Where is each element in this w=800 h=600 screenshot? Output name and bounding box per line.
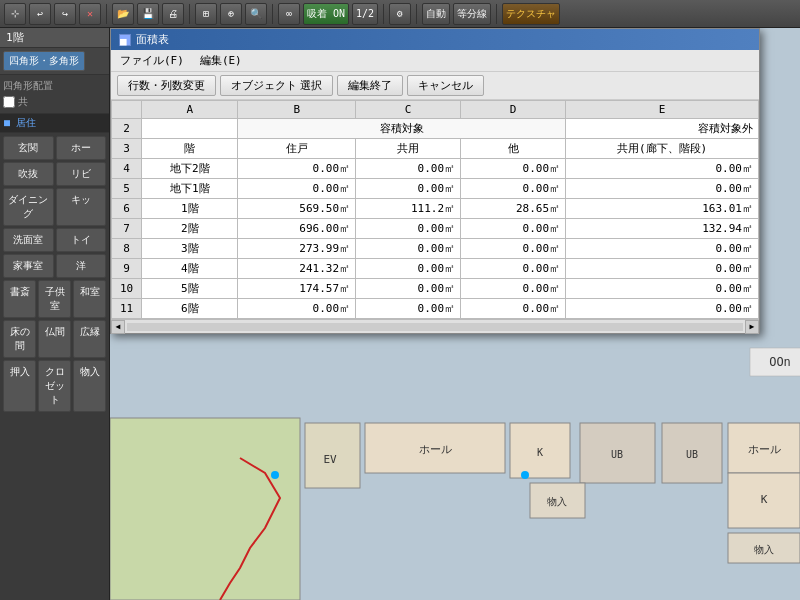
room-btn-kodomo[interactable]: 子供室 [38, 280, 71, 318]
delete-button[interactable]: ✕ [79, 3, 101, 25]
svg-text:物入: 物入 [754, 544, 774, 555]
cell-11b[interactable]: 0.00㎡ [238, 299, 356, 319]
grid-button[interactable]: ⊞ [195, 3, 217, 25]
cell-8d[interactable]: 0.00㎡ [461, 239, 566, 259]
cell-11c[interactable]: 0.00㎡ [356, 299, 461, 319]
cell-4a[interactable]: 地下2階 [142, 159, 238, 179]
undo-button[interactable]: ↩ [29, 3, 51, 25]
room-btn-hall1[interactable]: ホー [56, 136, 107, 160]
room-btn-monoire[interactable]: 物入 [73, 360, 106, 412]
cell-6d[interactable]: 28.65㎡ [461, 199, 566, 219]
cell-7c[interactable]: 0.00㎡ [356, 219, 461, 239]
cell-3b[interactable]: 住戸 [238, 139, 356, 159]
room-btn-kajishitsu[interactable]: 家事室 [3, 254, 54, 278]
room-btn-washitsu[interactable]: 和室 [73, 280, 106, 318]
cell-9c[interactable]: 0.00㎡ [356, 259, 461, 279]
room-btn-living[interactable]: リビ [56, 162, 107, 186]
save-button[interactable]: 💾 [137, 3, 159, 25]
cell-5b[interactable]: 0.00㎡ [238, 179, 356, 199]
cell-7d[interactable]: 0.00㎡ [461, 219, 566, 239]
cell-5a[interactable]: 地下1階 [142, 179, 238, 199]
room-btn-oshiire[interactable]: 押入 [3, 360, 36, 412]
room-btn-closet[interactable]: クロゼット [38, 360, 71, 412]
cell-11d[interactable]: 0.00㎡ [461, 299, 566, 319]
cell-11a[interactable]: 6階 [142, 299, 238, 319]
room-btn-hiroen[interactable]: 広縁 [73, 320, 106, 358]
cell-3a[interactable]: 階 [142, 139, 238, 159]
cell-4c[interactable]: 0.00㎡ [356, 159, 461, 179]
shared-checkbox[interactable] [3, 96, 15, 108]
auto-button[interactable]: 自動 [422, 3, 450, 25]
zoom-button[interactable]: 🔍 [245, 3, 267, 25]
cell-10a[interactable]: 5階 [142, 279, 238, 299]
cell-9d[interactable]: 0.00㎡ [461, 259, 566, 279]
cell-10e[interactable]: 0.00㎡ [566, 279, 759, 299]
cell-5c[interactable]: 0.00㎡ [356, 179, 461, 199]
cell-7b[interactable]: 696.00㎡ [238, 219, 356, 239]
shape-tab-quad[interactable]: 四角形・多角形 [3, 51, 85, 71]
cell-6c[interactable]: 111.2㎡ [356, 199, 461, 219]
cell-3e[interactable]: 共用(廊下、階段) [566, 139, 759, 159]
room-btn-genkan[interactable]: 玄関 [3, 136, 54, 160]
cell-9a[interactable]: 4階 [142, 259, 238, 279]
scroll-left-arrow[interactable]: ◀ [111, 320, 125, 334]
horizontal-scrollbar[interactable]: ◀ ▶ [111, 319, 759, 333]
cell-4e[interactable]: 0.00㎡ [566, 159, 759, 179]
object-select-button[interactable]: オブジェクト 選択 [220, 75, 333, 96]
scroll-right-arrow[interactable]: ▶ [745, 320, 759, 334]
contour-button[interactable]: 等分線 [453, 3, 491, 25]
room-row: 玄関 ホー [3, 136, 106, 160]
scale-button[interactable]: 1/2 [352, 3, 378, 25]
svg-point-21 [521, 471, 529, 479]
room-btn-toilet[interactable]: トイ [56, 228, 107, 252]
add-button[interactable]: ⊕ [220, 3, 242, 25]
edit-end-button[interactable]: 編集終了 [337, 75, 403, 96]
area-table-container[interactable]: A B C D E 2 容積対象 容積対象外 [111, 100, 759, 319]
loop-button[interactable]: ∞ [278, 3, 300, 25]
room-btn-fukinuki[interactable]: 吹抜 [3, 162, 54, 186]
menu-file[interactable]: ファイル(F) [117, 52, 187, 69]
room-btn-western[interactable]: 洋 [56, 254, 107, 278]
select-tool-button[interactable]: ⊹ [4, 3, 26, 25]
cell-6e[interactable]: 163.01㎡ [566, 199, 759, 219]
room-btn-washroom[interactable]: 洗面室 [3, 228, 54, 252]
room-btn-tokonoma[interactable]: 床の間 [3, 320, 36, 358]
cell-2b-span[interactable]: 容積対象 [238, 119, 566, 139]
open-button[interactable]: 📂 [112, 3, 134, 25]
texture-button[interactable]: テクスチャ [502, 3, 560, 25]
cell-11e[interactable]: 0.00㎡ [566, 299, 759, 319]
cell-5d[interactable]: 0.00㎡ [461, 179, 566, 199]
room-btn-butsudan[interactable]: 仏間 [38, 320, 71, 358]
cell-2e[interactable]: 容積対象外 [566, 119, 759, 139]
menu-edit[interactable]: 編集(E) [197, 52, 245, 69]
cell-9b[interactable]: 241.32㎡ [238, 259, 356, 279]
props-button[interactable]: ⚙ [389, 3, 411, 25]
cancel-button[interactable]: キャンセル [407, 75, 484, 96]
cell-6b[interactable]: 569.50㎡ [238, 199, 356, 219]
cell-3c[interactable]: 共用 [356, 139, 461, 159]
cell-10c[interactable]: 0.00㎡ [356, 279, 461, 299]
cell-5e[interactable]: 0.00㎡ [566, 179, 759, 199]
cell-8c[interactable]: 0.00㎡ [356, 239, 461, 259]
redo-button[interactable]: ↪ [54, 3, 76, 25]
cell-3d[interactable]: 他 [461, 139, 566, 159]
cell-8a[interactable]: 3階 [142, 239, 238, 259]
snap-button[interactable]: 吸着 ON [303, 3, 349, 25]
room-btn-kitchen1[interactable]: キッ [56, 188, 107, 226]
cell-7e[interactable]: 132.94㎡ [566, 219, 759, 239]
print-button[interactable]: 🖨 [162, 3, 184, 25]
cell-6a[interactable]: 1階 [142, 199, 238, 219]
cell-9e[interactable]: 0.00㎡ [566, 259, 759, 279]
cell-7a[interactable]: 2階 [142, 219, 238, 239]
room-btn-dining[interactable]: ダイニング [3, 188, 54, 226]
cell-8e[interactable]: 0.00㎡ [566, 239, 759, 259]
row-col-change-button[interactable]: 行数・列数変更 [117, 75, 216, 96]
cell-10b[interactable]: 174.57㎡ [238, 279, 356, 299]
scroll-track[interactable] [127, 323, 743, 331]
cell-8b[interactable]: 273.99㎡ [238, 239, 356, 259]
room-btn-shosai[interactable]: 書斎 [3, 280, 36, 318]
cell-10d[interactable]: 0.00㎡ [461, 279, 566, 299]
cell-2a[interactable] [142, 119, 238, 139]
cell-4b[interactable]: 0.00㎡ [238, 159, 356, 179]
cell-4d[interactable]: 0.00㎡ [461, 159, 566, 179]
